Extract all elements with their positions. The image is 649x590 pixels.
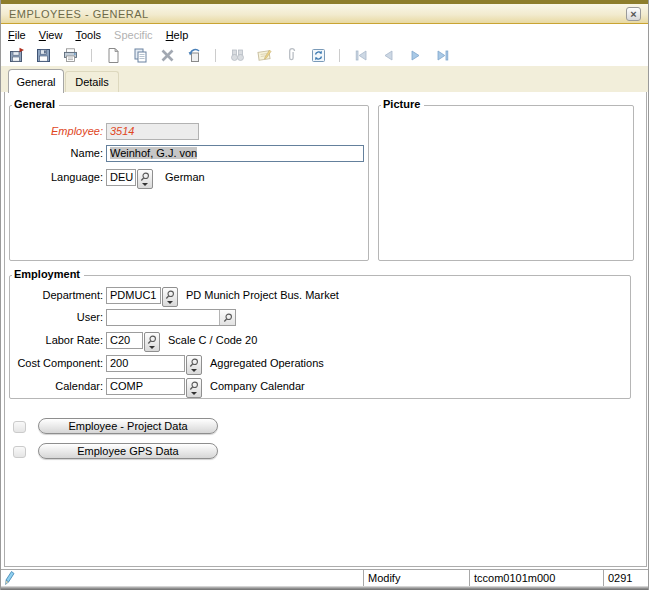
status-mode: Modify [363,570,469,586]
toolbar-separator [339,49,340,62]
tab-details-label: Details [75,76,109,88]
first-record-icon [352,47,370,64]
project-data-checkbox[interactable] [13,421,26,433]
save-and-exit-icon[interactable] [7,47,25,64]
next-record-icon[interactable] [406,47,424,64]
magnifier-icon [223,313,233,323]
name-label: Name: [10,145,103,159]
language-field[interactable]: DEU [106,169,136,186]
labor-rate-description: Scale C / Code 20 [168,332,257,346]
department-label: Department: [10,287,103,301]
menu-tools[interactable]: Tools [75,29,101,41]
user-label: User: [10,309,103,323]
menu-bar: File View Tools Specific Help [1,25,648,44]
employee-field: 3514 [106,123,199,140]
magnifier-icon [147,335,157,345]
status-session-code: tccom0101m000 [469,570,603,586]
close-icon[interactable]: × [626,7,641,21]
magnifier-icon [140,172,150,182]
magnifier-icon [189,381,199,391]
refresh-icon[interactable] [309,47,327,64]
department-row: Department: PDMUC1 PD Munich Project Bus… [10,287,628,307]
employee-label: Employee: [10,123,103,137]
gps-data-checkbox[interactable] [13,446,26,458]
cost-component-row: Cost Component: 200 Aggregated Operation… [10,355,628,375]
delete-record-icon[interactable] [158,47,176,64]
calendar-row: Calendar: COMP Company Calendar [10,378,628,398]
department-field[interactable]: PDMUC1 [106,287,161,304]
employment-groupbox: Employment Department: PDMUC1 PD Munich … [9,275,631,399]
tab-general-label: General [16,76,55,88]
magnifier-icon [189,358,199,368]
cost-component-lookup-button[interactable] [186,355,202,375]
labor-rate-lookup-button[interactable] [144,332,160,352]
new-record-icon[interactable] [104,47,122,64]
status-bar: Modify tccom0101m000 0291 [1,569,648,586]
calendar-field[interactable]: COMP [106,378,185,395]
picture-group-title: Picture [381,98,424,110]
user-browse-button[interactable] [219,310,235,325]
calendar-lookup-button[interactable] [186,378,202,398]
save-icon[interactable] [34,47,52,64]
dropdown-arrow-icon [167,301,173,304]
edit-text-icon [255,47,273,64]
name-field[interactable]: Weinhof, G.J. von [106,145,364,162]
menu-view[interactable]: View [39,29,63,41]
last-record-icon[interactable] [433,47,451,64]
general-groupbox: General Employee: 3514 Name: Weinhof, G.… [9,105,369,261]
dropdown-arrow-icon [191,369,197,372]
user-field[interactable] [106,309,236,326]
menu-help[interactable]: Help [166,29,189,41]
calendar-label: Calendar: [10,378,103,392]
status-code: 0291 [603,570,648,586]
language-lookup-button[interactable] [137,169,153,189]
language-description: German [165,169,205,183]
employment-group-title: Employment [12,268,84,280]
calendar-description: Company Calendar [210,378,305,392]
dropdown-arrow-icon [191,392,197,395]
labor-rate-field[interactable]: C20 [106,332,143,349]
labor-rate-label: Labor Rate: [10,332,103,346]
language-label: Language: [10,169,103,183]
tab-details[interactable]: Details [65,71,119,92]
tab-strip: General Details [1,66,648,92]
dropdown-arrow-icon [149,346,155,349]
employee-gps-data-button[interactable]: Employee GPS Data [38,443,218,459]
language-row: Language: DEU German [10,169,366,189]
cost-component-description: Aggregated Operations [210,355,324,369]
cost-component-field[interactable]: 200 [106,355,185,372]
edit-pencil-icon [5,571,15,585]
print-icon[interactable] [61,47,79,64]
menu-specific: Specific [114,29,153,41]
name-value: Weinhof, G.J. von [110,147,197,159]
status-message-panel [1,570,363,586]
employee-row: Employee: 3514 [10,123,366,140]
dropdown-arrow-icon [142,183,148,186]
department-description: PD Munich Project Bus. Market [186,287,339,301]
title-bar: EMPLOYEES - GENERAL × [1,4,648,24]
toolbar [1,44,648,66]
user-row: User: [10,309,628,326]
tab-general[interactable]: General [8,69,64,93]
cost-component-label: Cost Component: [10,355,103,369]
menu-file[interactable]: File [8,29,26,41]
employee-project-data-button[interactable]: Employee - Project Data [38,418,218,434]
user-value[interactable] [107,310,219,325]
form-content: General Employee: 3514 Name: Weinhof, G.… [4,91,647,567]
previous-record-icon [379,47,397,64]
employees-general-window: EMPLOYEES - GENERAL × File View Tools Sp… [0,0,649,590]
find-icon [228,47,246,64]
revert-icon[interactable] [185,47,203,64]
toolbar-separator [91,49,92,62]
window-bottom-edge [1,586,648,590]
duplicate-record-icon[interactable] [131,47,149,64]
name-row: Name: Weinhof, G.J. von [10,145,366,162]
magnifier-icon [165,290,175,300]
department-lookup-button[interactable] [162,287,178,307]
attachment-icon [282,47,300,64]
window-title: EMPLOYEES - GENERAL [9,8,149,20]
toolbar-separator [215,49,216,62]
labor-rate-row: Labor Rate: C20 Scale C / Code 20 [10,332,628,352]
general-group-title: General [12,98,59,110]
picture-groupbox: Picture [378,105,634,261]
